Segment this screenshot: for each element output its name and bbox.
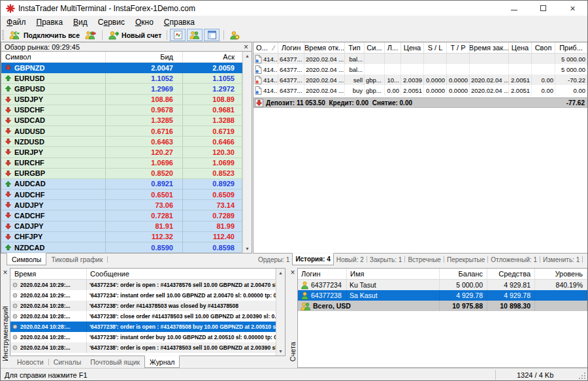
account-equity-cell: 4 929.81 xyxy=(487,280,535,290)
column-header[interactable]: Логин xyxy=(278,42,304,53)
order-row[interactable]: 414...64377...2020.02.04 ...sellgbp...10… xyxy=(253,75,587,85)
market-watch-row[interactable]: EURCHF1.06961.0699 xyxy=(1,158,242,169)
market-watch-close-icon[interactable]: × xyxy=(244,44,248,50)
market-watch-row[interactable]: AUDCAD0.89210.8929 xyxy=(1,179,242,190)
toolbar-grip[interactable] xyxy=(2,30,4,40)
journal-row[interactable]: 2020.02.04 10:29:...'64377234': order is… xyxy=(10,280,276,290)
tick-chart-toggle-button[interactable] xyxy=(170,29,186,41)
menu-item[interactable]: Файл xyxy=(1,16,31,29)
orders-tab[interactable]: Закрыть: 1 xyxy=(367,254,405,265)
column-header[interactable]: Л... xyxy=(385,42,401,53)
market-watch-row[interactable]: GBPUSD1.29691.2972 xyxy=(1,84,242,94)
account-row[interactable]: 64377234Ku Tasut5 000.004 929.81840.19% xyxy=(298,280,587,290)
market-watch-row[interactable]: EURUSD1.10521.1055 xyxy=(1,73,242,84)
market-tab[interactable]: Символы xyxy=(7,253,46,265)
journal-row[interactable]: 2020.02.04 10:28:...'64377238': order is… xyxy=(10,322,276,332)
scroll-up-icon[interactable]: ▲ xyxy=(278,269,283,277)
column-header[interactable]: Уровень xyxy=(535,269,587,279)
new-account-button[interactable]: Новый счет xyxy=(105,29,164,41)
column-header[interactable]: Имя xyxy=(347,269,440,279)
column-header[interactable]: Приб... xyxy=(555,42,587,53)
market-watch-row[interactable]: USDCAD1.32851.3288 xyxy=(1,116,242,126)
journal-scrollbar[interactable]: ▲ ▼ xyxy=(276,269,285,356)
column-header[interactable]: Аск xyxy=(183,52,242,62)
column-header[interactable]: Баланс xyxy=(440,269,487,279)
market-watch-row[interactable]: CADJPY81.9181.99 xyxy=(1,222,242,232)
market-watch-row[interactable]: GBPNZD2.00472.0059 xyxy=(1,63,242,73)
orders-tab[interactable]: Ордеры: 1 xyxy=(255,254,292,265)
journal-row[interactable]: 2020.02.04 10:28:...'64377238': order is… xyxy=(10,342,276,353)
column-header[interactable]: Символ xyxy=(1,52,106,62)
column-header[interactable]: Время зак... xyxy=(470,42,509,53)
journal-tab[interactable]: Сигналы xyxy=(49,356,86,368)
scroll-up-icon[interactable]: ▲ xyxy=(245,52,250,60)
journal-row[interactable]: 2020.02.04 10:28:...'64377238': close or… xyxy=(10,311,276,322)
orders-tab[interactable]: Встречные xyxy=(405,254,444,265)
bid-cell: 2.0047 xyxy=(106,63,183,73)
column-header[interactable]: Время отк... xyxy=(304,42,345,53)
menu-item[interactable]: Вид xyxy=(68,16,93,29)
column-header[interactable]: T / P xyxy=(447,42,470,53)
layout-toggle-button[interactable] xyxy=(204,29,220,41)
market-watch-row[interactable]: NZDUSD0.64630.6466 xyxy=(1,137,242,147)
accounts-toggle-button[interactable] xyxy=(187,29,203,41)
journal-tab[interactable]: Новости xyxy=(12,356,48,368)
journal-row[interactable]: 2020.02.04 10:28:...'64377238': instant … xyxy=(10,332,276,342)
column-header[interactable]: О...∕ xyxy=(253,42,278,53)
market-watch-scrollbar[interactable]: ▲ ▼ xyxy=(242,52,252,253)
account-row[interactable]: Всего, USD10 975.8810 898.30 xyxy=(298,301,587,311)
market-tab[interactable]: Тиковый график xyxy=(46,254,107,265)
menu-item[interactable]: Правка xyxy=(31,16,69,29)
market-watch-row[interactable]: EURGBP0.85200.8523 xyxy=(1,169,242,179)
market-watch-row[interactable]: AUDUSD0.67160.6719 xyxy=(1,126,242,137)
orders-tab[interactable]: Новый: 2 xyxy=(334,254,367,265)
market-watch-row[interactable]: CHFJPY112.32112.40 xyxy=(1,232,242,242)
account-row[interactable]: 64377238Sa Kasut4 929.784 929.78 xyxy=(298,290,587,301)
column-header[interactable]: S / L xyxy=(424,42,447,53)
column-header[interactable]: Цена xyxy=(509,42,532,53)
column-header[interactable]: Цена xyxy=(401,42,424,53)
menu-item[interactable]: Сервис xyxy=(93,16,130,29)
column-header[interactable]: Время xyxy=(10,269,87,279)
journal-tab[interactable]: Журнал xyxy=(144,356,180,368)
toolbox-close-icon[interactable]: × xyxy=(3,268,7,277)
menu-item[interactable]: Окно xyxy=(130,16,159,29)
market-watch-row[interactable]: USDCHF0.96780.9681 xyxy=(1,105,242,116)
journal-row[interactable]: 2020.02.04 10:29:...'64377234': instant … xyxy=(10,290,276,301)
journal-row[interactable]: 2020.02.04 10:28:...'64377238': order #4… xyxy=(10,301,276,311)
scroll-down-icon[interactable]: ▼ xyxy=(245,244,250,253)
minimize-button[interactable] xyxy=(499,1,529,16)
orders-tab[interactable]: Перекрытые xyxy=(444,254,487,265)
column-header[interactable]: Логин xyxy=(298,269,347,279)
market-watch-row[interactable]: AUDCHF0.65010.6509 xyxy=(1,190,242,200)
maximize-button[interactable] xyxy=(529,1,558,16)
market-watch-row[interactable]: NZDCAD0.85900.8598 xyxy=(1,242,242,253)
column-header[interactable]: Своп xyxy=(532,42,555,53)
order-row[interactable]: 414...64377...2020.02.04 ...bal...5 000.… xyxy=(253,54,587,64)
column-header[interactable]: Тип xyxy=(345,42,365,53)
market-watch-row[interactable]: EURJPY120.27120.30 xyxy=(1,147,242,157)
summary-arrow-icon[interactable] xyxy=(255,99,263,107)
scroll-down-icon[interactable]: ▼ xyxy=(278,347,283,356)
market-watch-row[interactable]: AUDJPY73.0673.14 xyxy=(1,200,242,210)
market-watch-row[interactable]: USDJPY108.86108.89 xyxy=(1,95,242,105)
resize-grip[interactable] xyxy=(579,373,586,380)
column-header[interactable]: Си... xyxy=(365,42,385,53)
journal-tab[interactable]: Почтовый ящик xyxy=(86,356,144,368)
order-row[interactable]: 414...64377...2020.02.04 ...buygbp...0.0… xyxy=(253,85,587,95)
column-header[interactable]: Бид xyxy=(106,52,183,62)
close-button[interactable]: × xyxy=(558,1,587,16)
disconnect-all-button[interactable] xyxy=(82,29,99,41)
orders-tab[interactable]: Изменить: 1 xyxy=(540,254,582,265)
trend-down-icon xyxy=(5,202,11,208)
column-header[interactable]: Средства xyxy=(487,269,535,279)
account-settings-button[interactable] xyxy=(227,29,242,41)
connect-all-button[interactable]: Подключить все xyxy=(7,29,82,41)
accounts-close-icon[interactable]: × xyxy=(290,268,295,277)
orders-tab[interactable]: История: 4 xyxy=(292,253,333,265)
column-header[interactable]: Сообщение xyxy=(87,269,276,279)
market-watch-row[interactable]: CADCHF0.72810.7289 xyxy=(1,210,242,221)
order-row[interactable]: 414...64377...2020.02.04 ...bal...5 000.… xyxy=(253,64,587,75)
orders-tab[interactable]: Отложенный: 1 xyxy=(488,254,540,265)
menu-item[interactable]: Справка xyxy=(159,16,200,29)
